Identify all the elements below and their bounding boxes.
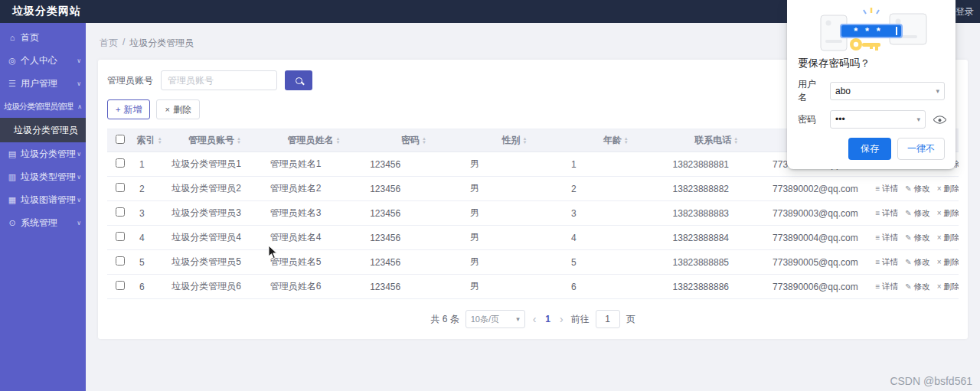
save-password-button[interactable]: 保存 xyxy=(848,138,891,160)
detail-button[interactable]: ≡详情 xyxy=(876,184,899,194)
detail-button[interactable]: ≡详情 xyxy=(876,257,899,268)
cell-password: 123456 xyxy=(364,177,463,201)
row-delete-button[interactable]: ×删除 xyxy=(937,257,959,268)
cell-name: 管理员姓名4 xyxy=(264,226,364,250)
cell-gender: 男 xyxy=(464,226,565,250)
column-header-age[interactable]: 年龄▲▼ xyxy=(565,129,666,152)
sidebar: ⌂ 首页 ◎ 个人中心 ∨ ☰ 用户管理 ∨ 垃圾分类管理员管理 ∧ 垃圾分类管… xyxy=(0,23,86,391)
edit-button[interactable]: ✎修改 xyxy=(905,208,929,219)
row-checkbox[interactable] xyxy=(116,158,125,168)
row-checkbox[interactable] xyxy=(116,183,125,192)
pagination: 共 6 条 10条/页 ▾ ‹ 1 › 前往 页 xyxy=(107,310,959,328)
column-header-gender[interactable]: 性别▲▼ xyxy=(464,129,565,152)
row-delete-button[interactable]: ×删除 xyxy=(937,184,959,194)
username-select[interactable]: abo ▾ xyxy=(830,82,945,100)
detail-button[interactable]: ≡详情 xyxy=(876,233,899,243)
chevron-down-icon: ∨ xyxy=(77,197,81,204)
current-page[interactable]: 1 xyxy=(544,314,552,324)
plus-icon: + xyxy=(116,105,120,114)
sort-icon[interactable]: ▲▼ xyxy=(733,137,738,145)
sidebar-item-garbage-type[interactable]: ▥ 垃圾类型管理 ∨ xyxy=(0,165,86,188)
chevron-down-icon: ▾ xyxy=(516,315,520,323)
select-all-checkbox[interactable] xyxy=(116,135,125,144)
delete-button[interactable]: × 删除 xyxy=(156,99,199,119)
cell-phone: 13823888881 xyxy=(667,152,766,177)
cell-name: 管理员姓名3 xyxy=(264,201,364,226)
detail-button[interactable]: ≡详情 xyxy=(876,282,899,292)
edit-button[interactable]: ✎修改 xyxy=(905,257,929,268)
password-select[interactable]: ••• ▾ xyxy=(830,110,926,129)
row-delete-button[interactable]: ×删除 xyxy=(937,282,959,292)
trash-icon: × xyxy=(937,209,942,217)
sidebar-item-garbage-classification[interactable]: ▤ 垃圾分类管理 ∨ xyxy=(0,142,86,165)
page-size-select[interactable]: 10条/页 ▾ xyxy=(466,310,525,328)
row-delete-button[interactable]: ×删除 xyxy=(937,233,959,243)
column-header-account[interactable]: 管理员账号▲▼ xyxy=(165,129,263,152)
cell-password: 123456 xyxy=(364,152,463,177)
edit-button[interactable]: ✎修改 xyxy=(905,282,929,292)
never-save-button[interactable]: 一律不 xyxy=(897,138,945,160)
sort-icon[interactable]: ▲▼ xyxy=(335,137,340,145)
cell-name: 管理员姓名1 xyxy=(264,152,364,177)
detail-button[interactable]: ≡详情 xyxy=(876,208,899,219)
row-delete-button[interactable]: ×删除 xyxy=(937,208,959,219)
chevron-up-icon: ∧ xyxy=(77,103,81,110)
chevron-down-icon: ∨ xyxy=(77,220,81,226)
row-checkbox[interactable] xyxy=(116,256,125,266)
cell-account: 垃圾分类管理员5 xyxy=(165,250,263,275)
sidebar-item-label: 垃圾分类管理员 xyxy=(14,124,78,137)
sidebar-item-garbage-admin-active[interactable]: 垃圾分类管理员 xyxy=(0,118,86,142)
password-illustration-graphic: * * * xyxy=(798,6,945,55)
column-header-name[interactable]: 管理员姓名▲▼ xyxy=(264,129,364,152)
trash-icon: × xyxy=(165,105,169,114)
column-header-phone[interactable]: 联系电话▲▼ xyxy=(667,129,766,152)
sidebar-item-personal-center[interactable]: ◎ 个人中心 ∨ xyxy=(0,49,86,72)
edit-icon: ✎ xyxy=(905,258,911,266)
row-checkbox[interactable] xyxy=(116,232,125,241)
table-row: 2 垃圾分类管理员2 管理员姓名2 123456 男 2 13823888882… xyxy=(107,177,959,201)
edit-button[interactable]: ✎修改 xyxy=(905,233,929,243)
row-checkbox[interactable] xyxy=(116,281,125,290)
row-checkbox[interactable] xyxy=(116,207,125,217)
cell-email: 773890004@qq.com xyxy=(766,226,869,250)
sidebar-item-label: 垃圾分类管理员管理 xyxy=(4,101,73,112)
trash-icon: × xyxy=(937,184,942,193)
show-password-eye-icon[interactable] xyxy=(933,112,946,126)
add-button[interactable]: + 新增 xyxy=(107,99,150,119)
column-header-index[interactable]: 索引▲▼ xyxy=(133,129,165,152)
search-button[interactable] xyxy=(285,70,312,90)
sidebar-item-system-management[interactable]: ⊙ 系统管理 ∨ xyxy=(0,211,86,234)
sidebar-item-admin-management-group[interactable]: 垃圾分类管理员管理 ∧ xyxy=(0,95,86,118)
sort-icon[interactable]: ▲▼ xyxy=(158,137,162,145)
sidebar-item-label: 垃圾分类管理 xyxy=(21,148,76,161)
cell-phone: 13823888884 xyxy=(667,226,766,250)
cell-index: 2 xyxy=(133,177,165,201)
next-page-button[interactable]: › xyxy=(558,313,565,325)
grid-icon: ▦ xyxy=(8,195,17,205)
prev-page-button[interactable]: ‹ xyxy=(531,313,538,325)
admin-account-input[interactable] xyxy=(161,70,277,90)
edit-button[interactable]: ✎修改 xyxy=(905,184,929,194)
page-unit-label: 页 xyxy=(626,313,635,326)
sort-icon[interactable]: ▲▼ xyxy=(624,137,629,145)
goto-page-input[interactable] xyxy=(596,310,620,328)
sort-icon[interactable]: ▲▼ xyxy=(522,137,527,145)
breadcrumb-home[interactable]: 首页 xyxy=(100,37,118,50)
sidebar-item-home[interactable]: ⌂ 首页 xyxy=(0,26,86,49)
cell-name: 管理员姓名5 xyxy=(264,250,364,275)
dialog-title: 要保存密码吗？ xyxy=(798,57,945,70)
column-header-password[interactable]: 密码▲▼ xyxy=(364,129,463,152)
sort-icon[interactable]: ▲▼ xyxy=(422,137,426,145)
cell-age: 4 xyxy=(565,226,666,250)
trash-icon: × xyxy=(937,233,942,242)
username-label: 用户名 xyxy=(798,78,824,104)
grid-icon: ▥ xyxy=(8,172,17,182)
sort-icon[interactable]: ▲▼ xyxy=(237,137,241,145)
sidebar-item-garbage-atlas[interactable]: ▦ 垃圾图谱管理 ∨ xyxy=(0,188,86,211)
sidebar-item-user-management[interactable]: ☰ 用户管理 ∨ xyxy=(0,72,86,95)
cell-gender: 男 xyxy=(464,201,565,226)
cell-index: 1 xyxy=(133,152,165,177)
gear-icon: ⊙ xyxy=(8,218,17,228)
save-password-dialog: * * * 要保存密码吗？ 用户名 abo ▾ 密码 ••• ▾ 保存 一律不 xyxy=(787,0,956,169)
search-label: 管理员账号 xyxy=(107,74,153,87)
